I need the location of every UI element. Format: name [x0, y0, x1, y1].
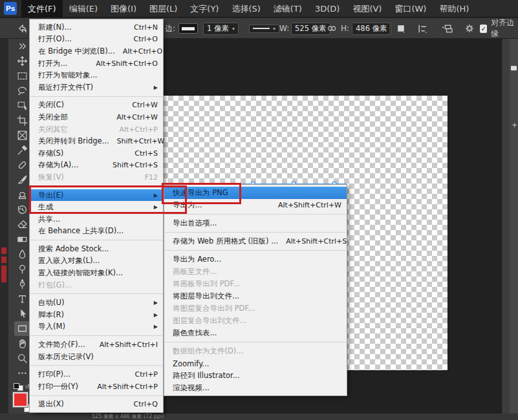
height-input[interactable]: 486 像素 [352, 18, 391, 39]
panel-tab-icon[interactable] [511, 66, 517, 70]
tool-gradient[interactable] [14, 232, 31, 247]
menu-item[interactable]: 文件简介(F)...Alt+Shift+Ctrl+I [30, 339, 163, 351]
tool-eyedropper[interactable] [14, 143, 31, 158]
tool-rectangle[interactable] [14, 321, 31, 336]
menu-item[interactable]: 打印一份(Y)Alt+Shift+Ctrl+P [30, 381, 163, 393]
menu-item[interactable]: 新建(N)...Ctrl+N [30, 21, 163, 34]
menu-item[interactable]: 版本历史记录(V) [30, 351, 163, 363]
tool-eraser[interactable] [14, 217, 31, 232]
line-style-preview [253, 28, 270, 29]
tool-hand[interactable] [14, 336, 31, 351]
menu-item[interactable]: 导入(M)▶ [30, 321, 163, 333]
menubar-item[interactable]: 编辑(E) [63, 0, 104, 17]
tool-collapse-chevrons[interactable] [14, 39, 31, 54]
gear-icon[interactable] [464, 18, 475, 39]
menu-item[interactable]: 打开为...Alt+Shift+Ctrl+O [30, 58, 163, 70]
menubar-item[interactable]: 窗口(W) [388, 0, 433, 17]
menu-item[interactable]: 置入链接的智能对象(K)... [30, 267, 163, 279]
eyedropper-icon [17, 145, 28, 156]
menu-item[interactable]: 关闭(C)Ctrl+W [30, 100, 163, 112]
menu-item[interactable]: 将图层导出到文件... [164, 290, 347, 302]
vertical-scrollbar[interactable] [502, 39, 510, 414]
path-operations-button[interactable] [396, 18, 407, 39]
object-selection-icon [17, 100, 28, 111]
align-edges-checkbox[interactable]: ✓ 对齐边缘 [480, 18, 518, 39]
tool-type[interactable] [14, 291, 31, 306]
menu-item[interactable]: 最近打开文件(T)▶ [30, 81, 163, 94]
menu-item[interactable]: 导出为 Aero... [164, 253, 347, 266]
tool-pen[interactable] [14, 277, 31, 291]
menubar-item[interactable]: 3D(D) [308, 0, 346, 17]
menu-item[interactable]: 搜索 Adobe Stock... [30, 243, 163, 255]
menubar-item[interactable]: 帮助(H) [433, 0, 475, 17]
menu-item[interactable]: 打印(P)...Ctrl+P [30, 368, 163, 381]
menu-item[interactable]: 置入嵌入对象(L)... [30, 255, 163, 268]
menu-item: 关闭其它Alt+Ctrl+P [30, 123, 163, 136]
menu-item[interactable]: 存储为 Web 所用格式 (旧版) ...Alt+Shift+Ctrl+S [164, 235, 347, 247]
path-alignment-button[interactable] [417, 18, 428, 39]
tool-healing-brush[interactable] [14, 158, 31, 173]
menu-item[interactable]: 脚本(R)▶ [30, 309, 163, 321]
menu-bar-items: 文件(F)编辑(E)图像(I)图层(L)文字(Y)选择(S)滤镜(T)3D(D)… [21, 0, 475, 17]
menubar-item[interactable]: 滤镜(T) [267, 0, 308, 17]
tool-more[interactable] [14, 366, 31, 381]
export-submenu: 快速导出为 PNG导出为...Alt+Shift+Ctrl+W导出首选项...存… [164, 184, 347, 396]
menubar-item[interactable]: 文件(F) [21, 0, 63, 17]
menu-item[interactable]: 共享... [30, 213, 163, 226]
tool-zoom[interactable] [14, 351, 31, 366]
menu-item[interactable]: 在 Bridge 中浏览(B)...Alt+Ctrl+O [30, 45, 163, 58]
file-menu: 新建(N)...Ctrl+N打开(O)...Ctrl+O在 Bridge 中浏览… [29, 19, 164, 413]
tool-dodge[interactable] [14, 262, 31, 277]
menu-item[interactable]: 导出首选项... [164, 217, 347, 229]
menu-item: 将画板导出到 PDF... [164, 278, 347, 290]
menu-item[interactable]: 自动(U)▶ [30, 297, 163, 309]
menu-item[interactable]: 存储(S)Ctrl+S [30, 147, 163, 160]
foreground-color-swatch[interactable] [13, 392, 28, 407]
menubar-item[interactable]: 图像(I) [104, 0, 143, 17]
gradient-icon [17, 234, 28, 245]
menu-item-shortcut: Alt+Shift+Ctrl+I [92, 341, 158, 349]
path-selection-icon [17, 308, 28, 319]
menubar-item[interactable]: 文字(Y) [184, 0, 225, 17]
menu-item-label: 文件简介(F)... [38, 340, 85, 350]
menubar-item[interactable]: 图层(L) [143, 0, 184, 17]
menu-item[interactable]: 打开(O)...Ctrl+O [30, 34, 163, 46]
menu-item[interactable]: 关闭全部Alt+Ctrl+W [30, 111, 163, 123]
menu-item[interactable]: Zoomify... [164, 357, 347, 370]
tool-preset-icon[interactable] [17, 18, 28, 39]
tool-marquee[interactable] [14, 68, 31, 83]
tool-blur[interactable] [14, 247, 31, 262]
menu-item[interactable]: 颜色查找表... [164, 327, 347, 339]
menu-item[interactable]: 路径到 Illustrator... [164, 370, 347, 382]
add-panel-icon[interactable]: + [512, 121, 517, 129]
menu-item-label: 将画板导出到 PDF... [173, 279, 240, 289]
menu-item[interactable]: 在 Behance 上共享(D)... [30, 226, 163, 238]
stroke-width-dropdown[interactable]: 1 像素▾ [203, 18, 239, 39]
lasso-icon [17, 85, 28, 96]
menu-item[interactable]: 关闭并转到 Bridge...Shift+Ctrl+W [30, 135, 163, 147]
menu-item-label: 在 Behance 上共享(D)... [38, 226, 124, 236]
tool-move[interactable] [14, 54, 31, 68]
tool-clone-stamp[interactable] [14, 187, 31, 202]
stroke-color-swatch[interactable] [178, 18, 198, 39]
tool-crop[interactable] [14, 113, 31, 128]
menu-item[interactable]: 渲染视频... [164, 382, 347, 394]
eraser-icon [17, 219, 28, 230]
menu-item[interactable]: 退出(X)Ctrl+Q [30, 399, 163, 411]
tool-path-selection[interactable] [14, 306, 31, 321]
tool-brush[interactable] [14, 173, 31, 187]
tool-history-brush[interactable] [14, 202, 31, 217]
path-arrangement-button[interactable] [441, 18, 453, 39]
menubar-item[interactable]: 选择(S) [225, 0, 266, 17]
menu-item-label: 置入链接的智能对象(K)... [38, 268, 123, 278]
tool-object-selection[interactable] [14, 98, 31, 113]
default-foreground-swatch[interactable] [14, 383, 19, 389]
menubar-item[interactable]: 视图(V) [346, 0, 388, 17]
stroke-style-dropdown[interactable]: ▾ [249, 18, 279, 39]
menu-item[interactable]: 打开为智能对象... [30, 69, 163, 81]
link-dimensions-icon[interactable] [327, 18, 337, 39]
tool-frame[interactable] [14, 128, 31, 143]
menu-item[interactable]: 存储为(A)...Shift+Ctrl+S [30, 160, 163, 172]
tool-lasso[interactable] [14, 83, 31, 98]
width-input[interactable]: 525 像素 [291, 18, 330, 39]
